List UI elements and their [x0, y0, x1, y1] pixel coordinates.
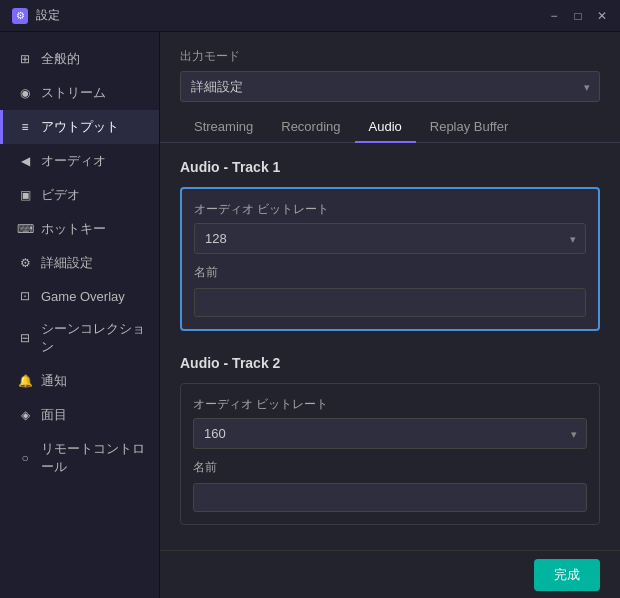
sidebar-label-advanced: 詳細設定: [41, 254, 93, 272]
track2-name-label: 名前: [193, 459, 587, 476]
sidebar: ⊞ 全般的 ◉ ストリーム ≡ アウトプット ◀ オーディオ ▣ ビデオ ⌨ ホ…: [0, 32, 160, 598]
sidebar-item-audio[interactable]: ◀ オーディオ: [0, 144, 159, 178]
sidebar-label-output: アウトプット: [41, 118, 119, 136]
titlebar-title: 設定: [36, 7, 60, 24]
content-body: Audio - Track 1 オーディオ ビットレート 128 160 192…: [160, 143, 620, 598]
video-icon: ▣: [17, 187, 33, 203]
sidebar-label-hotkeys: ホットキー: [41, 220, 106, 238]
track1-bitrate-wrapper: 128 160 192 256 320 ▾: [194, 223, 586, 254]
footer: 完成: [160, 550, 620, 598]
track2-bitrate-select[interactable]: 128 160 192 256 320: [193, 418, 587, 449]
sidebar-label-scene-collection: シーンコレクション: [41, 320, 145, 356]
scene-icon: ⊟: [17, 330, 33, 346]
track2-bitrate-label: オーディオ ビットレート: [193, 396, 587, 413]
sidebar-label-video: ビデオ: [41, 186, 80, 204]
tab-audio[interactable]: Audio: [355, 112, 416, 143]
titlebar-left: ⚙ 設定: [12, 7, 60, 24]
track1-title: Audio - Track 1: [180, 159, 600, 175]
sidebar-item-scene-collection[interactable]: ⊟ シーンコレクション: [0, 312, 159, 364]
close-button[interactable]: ✕: [592, 6, 612, 26]
track1-bitrate-label: オーディオ ビットレート: [194, 201, 586, 218]
track2-section: Audio - Track 2 オーディオ ビットレート 128 160 192…: [180, 355, 600, 525]
sidebar-item-video[interactable]: ▣ ビデオ: [0, 178, 159, 212]
titlebar: ⚙ 設定 − □ ✕: [0, 0, 620, 32]
output-mode-wrapper: 詳細設定シンプル ▾: [180, 71, 600, 102]
audio-icon: ◀: [17, 153, 33, 169]
game-overlay-icon: ⊡: [17, 288, 33, 304]
sidebar-label-remote-control: リモートコントロール: [41, 440, 145, 476]
app-icon: ⚙: [12, 8, 28, 24]
sidebar-item-notification[interactable]: 🔔 通知: [0, 364, 159, 398]
track1-section: Audio - Track 1 オーディオ ビットレート 128 160 192…: [180, 159, 600, 331]
sidebar-item-advanced[interactable]: ⚙ 詳細設定: [0, 246, 159, 280]
grid-icon: ⊞: [17, 51, 33, 67]
sidebar-item-general[interactable]: ⊞ 全般的: [0, 42, 159, 76]
sidebar-item-stream[interactable]: ◉ ストリーム: [0, 76, 159, 110]
sidebar-label-appearance: 面目: [41, 406, 67, 424]
track1-name-label: 名前: [194, 264, 586, 281]
tab-recording[interactable]: Recording: [267, 112, 354, 143]
content-header: 出力モード 詳細設定シンプル ▾: [160, 32, 620, 112]
notification-icon: 🔔: [17, 373, 33, 389]
main-layout: ⊞ 全般的 ◉ ストリーム ≡ アウトプット ◀ オーディオ ▣ ビデオ ⌨ ホ…: [0, 32, 620, 598]
output-mode-label: 出力モード: [180, 48, 600, 65]
titlebar-controls: − □ ✕: [544, 6, 612, 26]
sidebar-item-hotkeys[interactable]: ⌨ ホットキー: [0, 212, 159, 246]
tab-streaming[interactable]: Streaming: [180, 112, 267, 143]
sidebar-label-general: 全般的: [41, 50, 80, 68]
sidebar-item-appearance[interactable]: ◈ 面目: [0, 398, 159, 432]
sidebar-label-audio: オーディオ: [41, 152, 106, 170]
done-button[interactable]: 完成: [534, 559, 600, 591]
sidebar-label-notification: 通知: [41, 372, 67, 390]
content-area: 出力モード 詳細設定シンプル ▾ Streaming Recording Aud…: [160, 32, 620, 598]
output-icon: ≡: [17, 119, 33, 135]
advanced-icon: ⚙: [17, 255, 33, 271]
appearance-icon: ◈: [17, 407, 33, 423]
track2-title: Audio - Track 2: [180, 355, 600, 371]
track2-bitrate-wrapper: 128 160 192 256 320 ▾: [193, 418, 587, 449]
track2-name-input[interactable]: [193, 483, 587, 512]
sidebar-item-game-overlay[interactable]: ⊡ Game Overlay: [0, 280, 159, 312]
track1-box: オーディオ ビットレート 128 160 192 256 320 ▾ 名前: [180, 187, 600, 331]
output-mode-select[interactable]: 詳細設定シンプル: [180, 71, 600, 102]
sidebar-item-remote-control[interactable]: ○ リモートコントロール: [0, 432, 159, 484]
sidebar-label-game-overlay: Game Overlay: [41, 289, 125, 304]
tab-bar: Streaming Recording Audio Replay Buffer: [160, 112, 620, 143]
sidebar-item-output[interactable]: ≡ アウトプット: [0, 110, 159, 144]
minimize-button[interactable]: −: [544, 6, 564, 26]
track1-bitrate-select[interactable]: 128 160 192 256 320: [194, 223, 586, 254]
tab-replay-buffer[interactable]: Replay Buffer: [416, 112, 523, 143]
stream-icon: ◉: [17, 85, 33, 101]
hotkeys-icon: ⌨: [17, 221, 33, 237]
remote-icon: ○: [17, 450, 33, 466]
track2-box: オーディオ ビットレート 128 160 192 256 320 ▾ 名前: [180, 383, 600, 525]
track1-name-input[interactable]: [194, 288, 586, 317]
maximize-button[interactable]: □: [568, 6, 588, 26]
sidebar-label-stream: ストリーム: [41, 84, 106, 102]
